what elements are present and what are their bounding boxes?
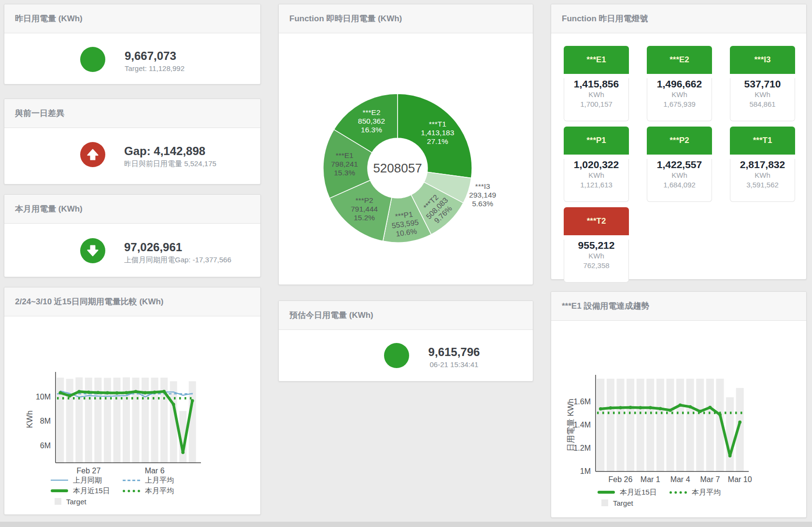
target-bar <box>113 378 120 463</box>
panel-title[interactable]: 預估今日用電量 (KWh) <box>279 301 533 330</box>
status-tile-P2[interactable]: ***P2 1,422,557 KWh 1,684,092 <box>647 127 712 202</box>
target-bar <box>617 379 625 471</box>
data-point <box>77 390 81 393</box>
data-point <box>58 391 62 395</box>
stat-subtitle: 06-21 15:34:41 <box>418 360 490 369</box>
status-tile-E1[interactable]: ***E1 1,415,856 KWh 1,700,157 <box>564 46 629 121</box>
data-point <box>669 409 672 412</box>
data-point <box>619 406 622 410</box>
dashboard: { "colors":{"green":"#2da02d","red":"#c0… <box>0 0 812 527</box>
panel-yesterday-usage: 昨日用電量 (KWh) 9,667,073 Target: 11,128,992 <box>4 4 261 85</box>
data-point <box>162 390 166 393</box>
y-axis-label: 日用電量 KWh <box>566 399 575 452</box>
tile-value: 537,710 <box>730 78 795 90</box>
target-bar <box>676 379 684 471</box>
legend-item-green-dotted[interactable]: 本月平均 <box>670 488 741 497</box>
tile-subvalue: 3,591,562 <box>730 180 795 190</box>
tile-label: ***P1 <box>564 127 629 155</box>
panel-title[interactable]: 昨日用電量 (KWh) <box>4 4 260 33</box>
legend-label: 本月平均 <box>145 486 174 496</box>
tile-value: 1,415,856 <box>564 78 628 90</box>
tile-label: ***E2 <box>647 46 712 74</box>
panel-15day-compare-chart: 2/24~3/10 近15日同期用電量比較 (KWh) 6M8M10MFeb 2… <box>4 287 261 515</box>
y-tick: 6M <box>40 442 51 450</box>
panel-title[interactable]: Function 昨日用電燈號 <box>551 4 806 33</box>
legend-item-green-thick[interactable]: 本月近15日 <box>598 488 670 497</box>
y-tick: 10M <box>36 393 51 401</box>
x-tick: Feb 27 <box>76 467 100 475</box>
tile-value: 1,496,662 <box>647 78 712 90</box>
stat-value: 97,026,961 <box>124 241 231 254</box>
legend-item-target[interactable]: Target <box>598 499 670 507</box>
stat-text: 9,667,073 Target: 11,128,992 <box>125 49 185 73</box>
data-point <box>125 391 128 395</box>
data-point <box>97 391 100 394</box>
donut-label: ***I3293,1495.63% <box>469 182 496 208</box>
legend-item-green-thick[interactable]: 本月近15日 <box>51 486 123 496</box>
legend-label: 本月平均 <box>692 488 721 497</box>
status-circle-green <box>80 238 105 263</box>
target-bar <box>151 378 158 463</box>
tile-label: ***T1 <box>730 127 795 155</box>
panel-title-text: 昨日用電量 (KWh) <box>15 13 83 24</box>
data-point <box>738 421 741 424</box>
target-bar <box>667 379 674 471</box>
stat-value: 9,667,073 <box>125 49 185 62</box>
legend-swatch-green-dotted <box>123 490 140 492</box>
tile-unit: KWh <box>564 90 628 100</box>
status-tile-E2[interactable]: ***E2 1,496,662 KWh 1,675,939 <box>647 46 712 121</box>
status-tile-T2[interactable]: ***T2 955,212 KWh 762,358 <box>564 207 629 283</box>
data-point <box>639 406 642 410</box>
legend-swatch-target <box>55 498 61 505</box>
panel-estimated-today: 預估今日用電量 (KWh) 9,615,796 06-21 15:34:41 <box>278 300 533 382</box>
tile-subvalue: 584,861 <box>730 100 795 109</box>
target-bar <box>646 379 654 471</box>
arrow-up-icon <box>85 147 100 162</box>
legend-label: 上月同期 <box>73 476 102 485</box>
tile-value: 1,020,322 <box>564 159 628 171</box>
status-tile-I3[interactable]: ***I3 537,710 KWh 584,861 <box>730 46 795 121</box>
target-bar <box>142 378 149 463</box>
x-tick: Mar 1 <box>641 475 660 484</box>
y-axis-label: KWh <box>25 411 34 428</box>
stat-value: 9,615,796 <box>418 345 490 358</box>
legend-item-green-dotted[interactable]: 本月平均 <box>123 486 195 496</box>
x-tick: Mar 10 <box>728 475 752 484</box>
legend-label: Target <box>613 499 633 507</box>
donut-chart[interactable]: ***T11,413,18327.1%***I3293,1495.63%***T… <box>279 4 533 285</box>
y-tick: 1M <box>580 467 591 475</box>
data-point <box>87 391 90 394</box>
stat-text: 9,615,796 06-21 15:34:41 <box>418 345 490 369</box>
data-point <box>649 406 652 410</box>
tile-subvalue: 1,121,613 <box>564 180 628 190</box>
data-point <box>191 399 194 402</box>
data-point <box>659 407 662 411</box>
tile-value: 955,212 <box>564 240 628 251</box>
trend-line-chart[interactable]: 1M1.2M1.4M1.6MFeb 26Mar 1Mar 4Mar 7Mar 1… <box>551 292 806 517</box>
tile-unit: KWh <box>564 251 628 261</box>
status-circle-red <box>80 142 105 167</box>
legend-item-blue-solid[interactable]: 上月同期 <box>51 476 123 485</box>
stat-subtitle: 上個月同期用電Gap: -17,377,566 <box>124 256 231 264</box>
horizontal-scrollbar[interactable] <box>0 522 812 527</box>
legend-item-blue-dashed[interactable]: 上月平均 <box>123 476 195 485</box>
target-bar <box>66 379 73 463</box>
panel-title[interactable]: 與前一日差異 <box>4 99 260 128</box>
status-tile-P1[interactable]: ***P1 1,020,322 KWh 1,121,613 <box>564 127 629 202</box>
chart-legend: 本月近15日本月平均Target <box>598 487 741 508</box>
tile-label: ***T2 <box>564 207 629 235</box>
tile-value: 1,422,557 <box>647 159 712 171</box>
data-point <box>143 391 147 395</box>
status-tile-T1[interactable]: ***T1 2,817,832 KWh 3,591,562 <box>730 127 795 202</box>
panel-title[interactable]: 本月用電量 (KWh) <box>4 195 260 224</box>
tile-unit: KWh <box>647 171 712 180</box>
data-point <box>609 406 613 410</box>
y-tick: 8M <box>40 417 51 425</box>
tile-unit: KWh <box>730 90 795 100</box>
legend-item-target[interactable]: Target <box>51 498 123 506</box>
legend-swatch-green-thick <box>51 489 68 492</box>
target-bar <box>123 377 130 463</box>
target-bar <box>627 379 634 471</box>
tile-subvalue: 1,700,157 <box>564 100 628 109</box>
data-point <box>106 391 109 395</box>
